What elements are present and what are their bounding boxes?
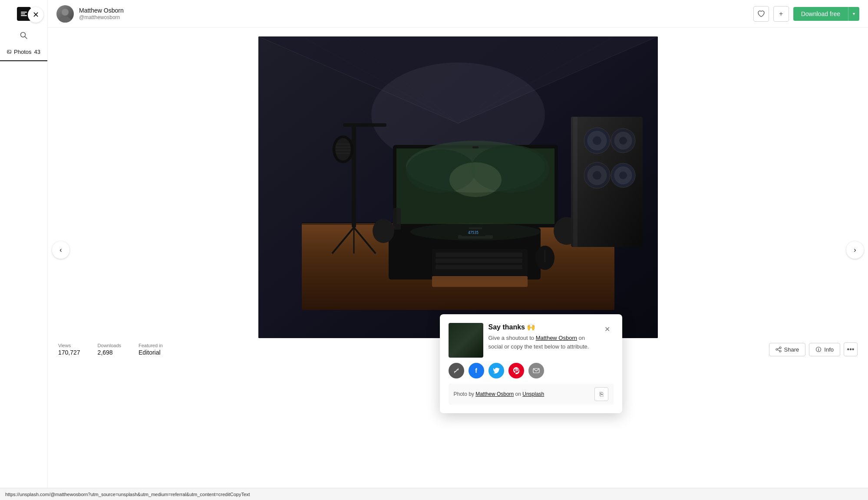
author-section: Matthew Osborn @matthewosborn: [56, 5, 124, 23]
photo-image[interactable]: 47535: [258, 36, 658, 338]
footer-actions: Share Info •••: [769, 342, 858, 356]
stats-section: Views 170,727 Downloads 2,698 Featured i…: [58, 343, 163, 356]
svg-rect-53: [436, 259, 522, 263]
download-options-button[interactable]: ▾: [848, 7, 859, 21]
svg-point-5: [62, 9, 69, 16]
photo-container: 47535: [48, 28, 868, 338]
svg-rect-54: [436, 265, 522, 269]
author-handle[interactable]: @matthewosborn: [79, 14, 124, 21]
share-facebook-button[interactable]: f: [469, 363, 484, 378]
like-button[interactable]: [753, 6, 769, 22]
attribution-text: Photo by Matthew Osborn on Unsplash: [454, 391, 545, 397]
svg-rect-26: [472, 146, 479, 148]
left-panel: Photos 43: [0, 0, 48, 500]
svg-point-61: [335, 138, 351, 161]
add-to-collection-button[interactable]: +: [773, 6, 789, 22]
views-label: Views: [58, 343, 80, 348]
download-button-group: Download free ▾: [793, 7, 859, 21]
popup-share-icons: f: [449, 363, 614, 378]
downloads-value: 2,698: [98, 349, 121, 356]
author-info: Matthew Osborn @matthewosborn: [79, 7, 124, 21]
svg-point-6: [59, 16, 71, 23]
popup-header: Say thanks 🙌 Give a shoutout to Matthew …: [449, 323, 614, 358]
svg-rect-55: [432, 276, 528, 287]
stat-downloads: Downloads 2,698: [98, 343, 121, 356]
modal-header: Matthew Osborn @matthewosborn + Download…: [48, 0, 868, 28]
attribution-middle: on: [514, 391, 522, 397]
info-button[interactable]: Info: [809, 343, 840, 356]
facebook-icon-label: f: [475, 367, 477, 374]
popup-description: Give a shoutout to Matthew Osborn on soc…: [488, 334, 596, 351]
svg-line-2: [25, 37, 27, 39]
photos-label: Photos: [14, 49, 31, 55]
svg-rect-59: [343, 123, 386, 127]
avatar-image: [56, 5, 74, 23]
url-bar: https://unsplash.com/@matthewosborn?utm_…: [0, 488, 868, 500]
nav-next-button[interactable]: ›: [846, 241, 864, 259]
photo-modal: Matthew Osborn @matthewosborn + Download…: [48, 0, 868, 500]
svg-rect-52: [436, 253, 522, 257]
info-label: Info: [824, 346, 834, 353]
popup-close-button[interactable]: ✕: [601, 323, 614, 335]
attribution-prefix: Photo by: [454, 391, 476, 397]
share-icon: [776, 346, 782, 352]
svg-point-71: [779, 347, 781, 349]
svg-point-72: [779, 350, 781, 352]
svg-point-1: [20, 33, 25, 37]
svg-point-47: [611, 128, 635, 153]
svg-point-31: [373, 219, 394, 243]
modal-body: 47535: [48, 28, 868, 500]
photos-count: 43: [34, 49, 40, 55]
popup-attribution: Photo by Matthew Osborn on Unsplash ⎘: [449, 384, 614, 405]
share-button[interactable]: Share: [769, 343, 806, 356]
share-twitter-button[interactable]: [488, 363, 504, 378]
stat-featured: Featured in Editorial: [139, 343, 163, 356]
svg-rect-50: [573, 117, 578, 247]
avatar[interactable]: [56, 5, 74, 23]
search-button[interactable]: [0, 28, 47, 43]
more-options-button[interactable]: •••: [844, 342, 858, 356]
author-name[interactable]: Matthew Osborn: [79, 7, 124, 14]
popup-author-link[interactable]: Matthew Osborn: [536, 335, 577, 341]
header-actions: + Download free ▾: [753, 6, 859, 22]
svg-point-78: [818, 348, 819, 348]
share-link-button[interactable]: [449, 363, 464, 378]
close-button[interactable]: ✕: [28, 7, 43, 23]
popup-text-prefix: Give a shoutout to: [488, 335, 536, 341]
download-free-button[interactable]: Download free: [793, 7, 848, 21]
popup-content: Say thanks 🙌 Give a shoutout to Matthew …: [488, 323, 596, 351]
svg-rect-69: [393, 208, 401, 230]
info-icon: [815, 346, 822, 352]
featured-value: Editorial: [139, 349, 163, 356]
svg-point-25: [449, 162, 502, 197]
stat-views: Views 170,727: [58, 343, 80, 356]
popup-thumbnail-image: [449, 323, 483, 358]
svg-rect-58: [352, 123, 356, 227]
popup-title: Say thanks 🙌: [488, 323, 596, 331]
svg-point-73: [776, 349, 778, 350]
share-pinterest-button[interactable]: [508, 363, 524, 378]
svg-point-70: [410, 223, 541, 240]
svg-line-74: [778, 348, 779, 349]
svg-rect-3: [7, 50, 11, 53]
say-thanks-popup: Say thanks 🙌 Give a shoutout to Matthew …: [440, 314, 622, 413]
popup-thumbnail: [449, 323, 483, 358]
copy-attribution-button[interactable]: ⎘: [594, 387, 608, 401]
share-email-button[interactable]: [528, 363, 544, 378]
svg-point-46: [584, 128, 610, 154]
views-value: 170,727: [58, 349, 80, 356]
svg-point-49: [611, 163, 635, 188]
featured-label: Featured in: [139, 343, 163, 348]
svg-point-4: [8, 51, 9, 52]
svg-point-48: [584, 162, 610, 188]
attribution-site-link[interactable]: Unsplash: [522, 391, 544, 397]
sidebar-item-photos[interactable]: Photos 43: [0, 43, 47, 61]
downloads-label: Downloads: [98, 343, 121, 348]
url-text: https://unsplash.com/@matthewosborn?utm_…: [5, 492, 250, 497]
svg-line-75: [778, 350, 779, 351]
share-label: Share: [784, 346, 799, 353]
attribution-author-link[interactable]: Matthew Osborn: [475, 391, 514, 397]
nav-prev-button[interactable]: ‹: [52, 241, 69, 259]
